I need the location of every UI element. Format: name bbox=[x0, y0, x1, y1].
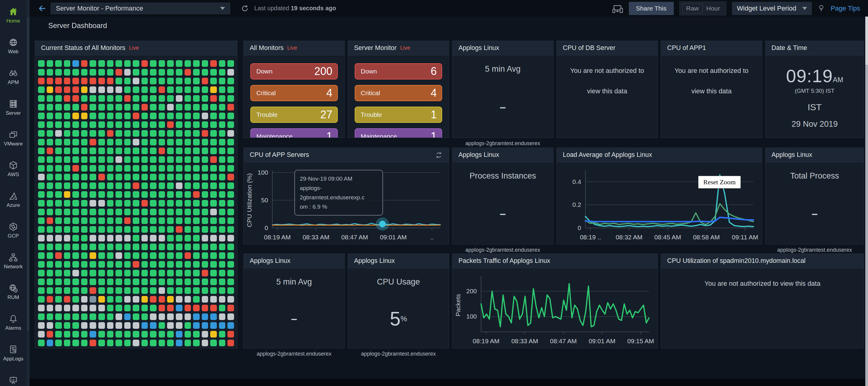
monitor-status-cell[interactable] bbox=[124, 147, 131, 154]
monitor-status-cell[interactable] bbox=[38, 156, 44, 163]
monitor-status-cell[interactable] bbox=[210, 313, 217, 320]
monitor-status-cell[interactable] bbox=[219, 95, 226, 102]
monitor-status-cell[interactable] bbox=[210, 287, 217, 294]
monitor-status-cell[interactable] bbox=[159, 86, 165, 93]
monitor-status-cell[interactable] bbox=[81, 86, 88, 93]
monitor-status-cell[interactable] bbox=[133, 174, 140, 180]
monitor-status-cell[interactable] bbox=[72, 86, 79, 93]
monitor-status-cell[interactable] bbox=[47, 340, 53, 346]
monitor-status-cell[interactable] bbox=[133, 340, 140, 346]
monitor-status-cell[interactable] bbox=[167, 252, 174, 259]
back-arrow-icon[interactable] bbox=[37, 4, 46, 13]
monitor-status-cell[interactable] bbox=[193, 147, 200, 154]
monitor-status-cell[interactable] bbox=[107, 69, 114, 76]
monitor-status-cell[interactable] bbox=[227, 113, 234, 119]
monitor-status-cell[interactable] bbox=[124, 261, 131, 268]
monitor-status-cell[interactable] bbox=[159, 121, 165, 128]
sidebar-item-azure[interactable]: Azure bbox=[0, 184, 27, 215]
monitor-status-cell[interactable] bbox=[167, 235, 174, 242]
monitor-status-cell[interactable] bbox=[124, 340, 131, 346]
monitor-status-cell[interactable] bbox=[193, 313, 200, 320]
monitor-status-cell[interactable] bbox=[150, 235, 157, 242]
monitor-status-cell[interactable] bbox=[81, 174, 88, 180]
monitor-status-cell[interactable] bbox=[38, 174, 44, 180]
monitor-status-cell[interactable] bbox=[210, 95, 217, 102]
monitor-status-cell[interactable] bbox=[98, 287, 105, 294]
monitor-status-cell[interactable] bbox=[116, 191, 122, 198]
monitor-status-cell[interactable] bbox=[159, 226, 165, 233]
monitor-status-cell[interactable] bbox=[227, 121, 234, 128]
status-badge-down[interactable]: Down6 bbox=[355, 63, 442, 79]
monitor-status-cell[interactable] bbox=[142, 95, 148, 102]
monitor-status-cell[interactable] bbox=[227, 139, 234, 145]
monitor-status-cell[interactable] bbox=[210, 209, 217, 215]
toggle-hour[interactable]: Hour bbox=[703, 4, 724, 13]
monitor-status-cell[interactable] bbox=[72, 165, 79, 172]
monitor-status-cell[interactable] bbox=[72, 235, 79, 242]
monitor-status-cell[interactable] bbox=[150, 200, 157, 207]
monitor-status-cell[interactable] bbox=[159, 252, 165, 259]
monitor-status-cell[interactable] bbox=[167, 113, 174, 119]
monitor-status-cell[interactable] bbox=[124, 322, 131, 329]
monitor-status-cell[interactable] bbox=[90, 165, 96, 172]
monitor-status-cell[interactable] bbox=[193, 296, 200, 303]
monitor-status-cell[interactable] bbox=[64, 165, 70, 172]
monitor-status-cell[interactable] bbox=[90, 121, 96, 128]
monitor-status-cell[interactable] bbox=[116, 156, 122, 163]
monitor-status-cell[interactable] bbox=[210, 104, 217, 110]
monitor-status-cell[interactable] bbox=[176, 287, 183, 294]
monitor-status-cell[interactable] bbox=[185, 252, 191, 259]
monitor-status-cell[interactable] bbox=[150, 191, 157, 198]
monitor-status-cell[interactable] bbox=[64, 156, 70, 163]
monitor-status-cell[interactable] bbox=[176, 147, 183, 154]
monitor-status-cell[interactable] bbox=[219, 252, 226, 259]
monitor-status-cell[interactable] bbox=[150, 60, 157, 67]
monitor-status-cell[interactable] bbox=[90, 147, 96, 154]
monitor-status-cell[interactable] bbox=[72, 130, 79, 137]
monitor-status-cell[interactable] bbox=[142, 261, 148, 268]
monitor-status-cell[interactable] bbox=[210, 130, 217, 137]
monitor-status-cell[interactable] bbox=[38, 313, 44, 320]
monitor-status-cell[interactable] bbox=[55, 270, 62, 276]
monitor-status-cell[interactable] bbox=[185, 340, 191, 346]
monitor-status-cell[interactable] bbox=[38, 95, 44, 102]
monitor-status-cell[interactable] bbox=[150, 121, 157, 128]
monitor-status-cell[interactable] bbox=[193, 340, 200, 346]
monitor-status-cell[interactable] bbox=[219, 191, 226, 198]
monitor-status-cell[interactable] bbox=[55, 331, 62, 338]
monitor-status-cell[interactable] bbox=[193, 305, 200, 311]
monitor-status-cell[interactable] bbox=[219, 78, 226, 84]
monitor-status-cell[interactable] bbox=[142, 174, 148, 180]
monitor-status-cell[interactable] bbox=[167, 191, 174, 198]
monitor-status-cell[interactable] bbox=[107, 244, 114, 250]
monitor-status-cell[interactable] bbox=[107, 340, 114, 346]
monitor-status-cell[interactable] bbox=[116, 121, 122, 128]
monitor-status-cell[interactable] bbox=[90, 139, 96, 145]
monitor-status-cell[interactable] bbox=[98, 95, 105, 102]
monitor-status-cell[interactable] bbox=[202, 322, 208, 329]
monitor-status-cell[interactable] bbox=[90, 130, 96, 137]
monitor-status-cell[interactable] bbox=[159, 313, 165, 320]
sidebar-item-web[interactable]: Web bbox=[0, 31, 27, 62]
monitor-status-cell[interactable] bbox=[210, 279, 217, 285]
monitor-status-cell[interactable] bbox=[107, 147, 114, 154]
monitor-status-cell[interactable] bbox=[116, 226, 122, 233]
monitor-status-cell[interactable] bbox=[185, 139, 191, 145]
monitor-status-cell[interactable] bbox=[210, 244, 217, 250]
monitor-status-cell[interactable] bbox=[90, 60, 96, 67]
monitor-status-cell[interactable] bbox=[38, 121, 44, 128]
monitor-status-cell[interactable] bbox=[72, 182, 79, 189]
monitor-status-cell[interactable] bbox=[185, 95, 191, 102]
monitor-status-cell[interactable] bbox=[47, 95, 53, 102]
monitor-status-cell[interactable] bbox=[38, 287, 44, 294]
monitor-status-cell[interactable] bbox=[219, 340, 226, 346]
monitor-status-cell[interactable] bbox=[227, 200, 234, 207]
monitor-status-cell[interactable] bbox=[150, 104, 157, 110]
monitor-status-cell[interactable] bbox=[116, 60, 122, 67]
monitor-status-cell[interactable] bbox=[133, 86, 140, 93]
monitor-status-cell[interactable] bbox=[116, 165, 122, 172]
monitor-status-cell[interactable] bbox=[202, 139, 208, 145]
monitor-status-cell[interactable] bbox=[133, 287, 140, 294]
monitor-status-cell[interactable] bbox=[72, 244, 79, 250]
monitor-status-cell[interactable] bbox=[81, 165, 88, 172]
